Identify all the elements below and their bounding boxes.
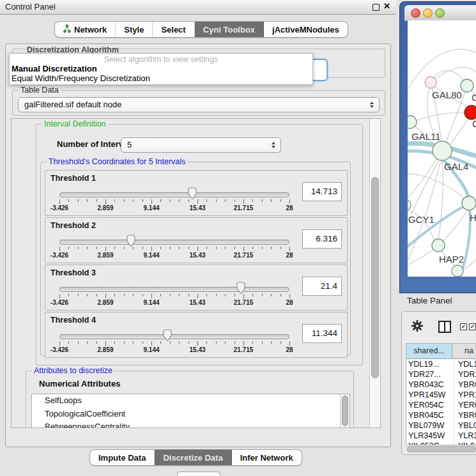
slider-thumb[interactable] [187,187,197,203]
cell-shared-name[interactable]: YBR045C [406,410,454,420]
algorithm-placeholder-option[interactable]: Select algorithm to view settings [10,55,312,64]
tab-impute-data[interactable]: Impute Data [90,450,155,465]
table-row[interactable]: YLR345WYLR3 [406,431,476,441]
network-node[interactable] [425,77,436,88]
attributes-list-scrollbar[interactable] [340,394,349,428]
select-none-checkbox-icon[interactable]: ✓ [469,323,476,330]
threshold-value-field[interactable]: 11.344 [302,324,342,343]
attribute-item-topologicalcoefficient[interactable]: TopologicalCoefficient [32,408,349,421]
network-node[interactable] [461,79,473,92]
cell-name[interactable]: YDL1 [454,359,476,369]
network-edge [408,157,438,199]
cell-shared-name[interactable]: YBL079W [406,420,454,431]
algorithm-option-equal-width-frequency-discretization[interactable]: Equal Width/Frequency Discretization [10,73,312,83]
threshold-value-field[interactable]: 21.4 [302,277,342,296]
threshold-value-field[interactable]: 6.316 [302,229,342,249]
table-data-title: Table Data [19,86,61,95]
network-node[interactable] [408,199,411,211]
slider-tick [206,341,207,344]
tab-select[interactable]: Select [153,22,194,37]
settings-scroll-panel: Interval Definition Number of Intervals … [11,118,381,428]
cell-name[interactable]: YIL0 [454,441,476,445]
slider-thumb[interactable] [126,234,136,250]
zoom-traffic-light[interactable] [435,8,445,18]
settings-scrollbar[interactable] [369,119,380,427]
cell-shared-name[interactable]: YLR345W [406,431,454,441]
column-header-name[interactable]: na [452,344,476,358]
slider-track[interactable] [59,192,289,197]
cell-shared-name[interactable]: YER054C [406,400,454,410]
cell-name[interactable]: YDR2 [454,369,476,380]
slider-track[interactable] [59,240,289,245]
close-traffic-light[interactable] [411,8,420,18]
algorithm-dropdown-popup: Select algorithm to view settings Manual… [9,53,313,85]
cell-shared-name[interactable]: YDL19... [406,359,454,369]
slider-tick [289,294,290,298]
attribute-item-betweennesscentrality[interactable]: BetweennessCentrality [32,420,349,428]
algorithm-option-manual-discretization[interactable]: Manual Discretization [10,64,312,73]
cell-shared-name[interactable]: YPR145W [406,390,454,400]
cell-name[interactable]: YBL0 [454,420,476,431]
slider-track[interactable] [59,334,289,339]
column-header-shared-name[interactable]: shared... [406,344,452,358]
slider-tick [170,199,171,202]
table-row[interactable]: YBR045CYBR0 [406,410,476,420]
tab-discretize-data[interactable]: Discretize Data [155,450,231,465]
slider-tick [252,341,253,344]
scrollbar-thumb[interactable] [407,446,476,452]
apply-button[interactable]: Apply [177,472,220,476]
table-row[interactable]: YER054CYER0 [406,400,476,410]
number-of-intervals-combo[interactable]: 5 [121,137,281,153]
columns-icon[interactable] [438,321,451,333]
table-horizontal-scrollbar[interactable] [406,445,476,451]
network-canvas[interactable]: GAL80GCGAL11GAL4GCY1HHAP2 [408,20,476,277]
table-row[interactable]: YBL079WYBL0 [406,420,476,431]
threshold-value-field[interactable]: 14.713 [302,182,342,201]
network-node[interactable] [464,105,476,119]
cell-shared-name[interactable]: YDR27... [406,369,454,380]
slider-tick [179,247,180,249]
slider-track[interactable] [59,287,289,292]
minimize-traffic-light[interactable] [423,8,433,18]
attribute-item-selfloops[interactable]: SelfLoops [32,394,349,408]
network-node[interactable] [462,196,476,210]
table-row[interactable]: YPR145WYPR1 [406,390,476,400]
tab-jactivemnodules[interactable]: jActiveMNodules [264,22,348,37]
table-data-combo[interactable]: galFiltered.sif default node [18,97,380,112]
cell-shared-name[interactable]: YBR043C [406,380,454,390]
gear-icon[interactable] [411,319,424,332]
slider-tick [280,294,281,296]
cell-name[interactable]: YPR1 [454,390,476,400]
table-row[interactable]: YIL053CYIL0 [406,441,476,445]
close-icon[interactable]: ✕ [383,1,390,11]
table-row[interactable]: YDL19...YDL1 [406,359,476,369]
cell-shared-name[interactable]: YIL053C [406,441,454,445]
select-all-checkbox-icon[interactable]: ✓ [460,323,467,330]
scrollbar-thumb[interactable] [342,395,348,426]
table-row[interactable]: YDR27...YDR2 [406,369,476,380]
float-icon[interactable] [372,4,380,11]
cell-name[interactable]: YBR0 [454,410,476,420]
cell-name[interactable]: YBR0 [454,380,476,390]
tab-style[interactable]: Style [116,22,153,37]
table-row[interactable]: YBR043CYBR0 [406,380,476,390]
tab-cyni-toolbox[interactable]: Cyni Toolbox [195,22,264,37]
network-node[interactable] [433,141,452,160]
cell-name[interactable]: YLR3 [454,431,476,441]
slider-tick [206,247,207,249]
network-node[interactable] [432,239,445,252]
attributes-list[interactable]: SelfLoopsTopologicalCoefficientBetweenne… [31,394,350,428]
slider-thumb[interactable] [236,282,246,297]
network-node[interactable] [452,265,463,277]
tab-network[interactable]: Network [55,22,116,37]
slider-tick-label: 15.43 [189,299,205,306]
cell-name[interactable]: YER0 [454,400,476,410]
threshold-slider-1: -3.4262.8599.14415.4321.71528 [59,186,289,213]
scrollbar-thumb[interactable] [371,177,379,378]
network-node[interactable] [408,116,417,128]
tab-infer-network[interactable]: Infer Network [232,450,302,465]
slider-tick [271,199,272,202]
slider-thumb[interactable] [162,329,173,344]
network-window-titlebar[interactable] [404,5,476,21]
network-icon [63,24,71,35]
